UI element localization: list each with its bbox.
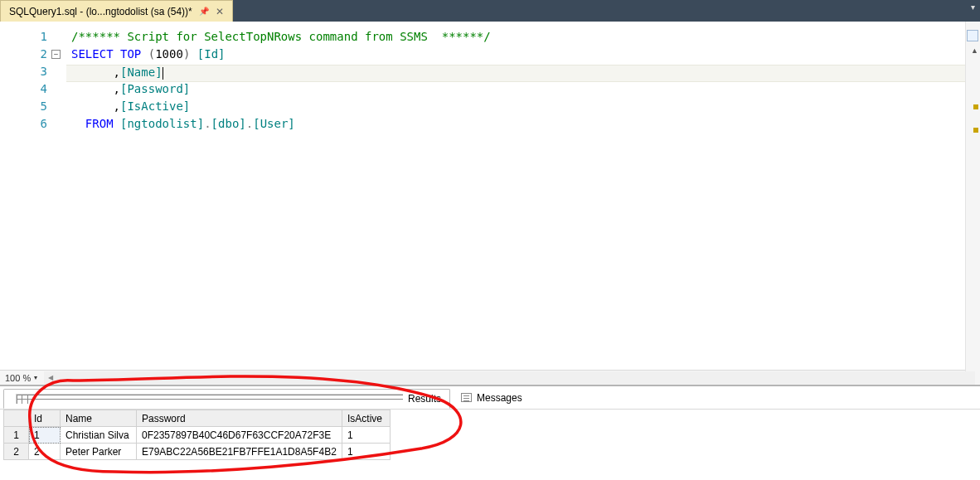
code-ident: [ngtodolist] [120, 117, 204, 130]
close-icon[interactable]: ✕ [216, 6, 224, 17]
zoom-level[interactable]: 100 % [5, 373, 31, 383]
sql-editor[interactable]: 1 2− 3 4 5 6 /****** Script for SelectTo… [0, 22, 980, 370]
line-number: 6 [41, 117, 47, 130]
results-tab-bar: Results Messages [0, 386, 980, 410]
change-marker [973, 104, 978, 109]
line-number: 5 [41, 99, 47, 113]
code-ident: [User] [253, 117, 295, 130]
tab-messages-label: Messages [477, 392, 522, 404]
code-paren: ( [148, 47, 155, 61]
code-comment: /****** Script for SelectTopNRows comman… [71, 30, 491, 43]
results-pane: Results Messages Id Name Password IsActi… [0, 385, 980, 480]
split-window-icon[interactable] [967, 30, 978, 41]
grid-cell[interactable]: 1 [342, 444, 391, 460]
grid-cell[interactable]: 1 [342, 427, 391, 444]
change-marker [973, 128, 978, 133]
tab-dropdown-icon[interactable]: ▾ [971, 2, 975, 12]
document-tab[interactable]: SQLQuery1.sql - (lo...ngtodolist (sa (54… [0, 0, 233, 22]
editor-status-bar: 100 % ▾ ◀ [0, 370, 980, 385]
code-dot: . [246, 117, 253, 130]
code-text: , [71, 82, 120, 95]
code-number: 1000 [155, 47, 183, 61]
grid-cell[interactable]: Peter Parker [61, 444, 137, 460]
column-header[interactable]: IsActive [342, 410, 391, 427]
grid-icon [16, 394, 403, 404]
line-number: 2 [41, 47, 47, 61]
text-cursor [163, 67, 163, 80]
pin-icon[interactable]: 📌 [199, 7, 209, 16]
column-header[interactable]: Id [29, 410, 61, 427]
code-ident: [Id] [197, 47, 226, 61]
horizontal-scrollbar[interactable]: ◀ [44, 371, 975, 385]
results-grid[interactable]: Id Name Password IsActive 1 1 Christian … [3, 410, 391, 460]
code-keyword: FROM [85, 117, 114, 130]
code-paren: ) [183, 47, 190, 61]
grid-cell[interactable]: 1 [29, 427, 61, 444]
grid-cell[interactable]: E79ABC22A56BE21FB7FFE1A1D8A5F4B2 [137, 444, 342, 460]
code-ident: [dbo] [211, 117, 246, 130]
line-number: 4 [41, 82, 47, 95]
grid-corner[interactable] [4, 410, 29, 427]
grid-cell[interactable]: 0F2357897B40C46D67F63CCF20A72F3E [137, 427, 342, 444]
zoom-dropdown-icon[interactable]: ▾ [34, 374, 37, 381]
line-number: 1 [41, 30, 47, 43]
code-text: , [71, 65, 120, 79]
scroll-left-icon[interactable]: ◀ [44, 371, 57, 385]
document-tab-title: SQLQuery1.sql - (lo...ngtodolist (sa (54… [9, 6, 192, 17]
line-number-gutter: 1 2− 3 4 5 6 [0, 22, 66, 370]
messages-icon [461, 393, 472, 402]
code-dot: . [204, 117, 211, 130]
grid-cell[interactable]: 2 [29, 444, 61, 460]
row-header[interactable]: 1 [4, 427, 29, 444]
column-header[interactable]: Name [61, 410, 137, 427]
column-header[interactable]: Password [137, 410, 342, 427]
fold-toggle-icon[interactable]: − [51, 50, 61, 59]
code-keyword: SELECT [71, 47, 114, 61]
code-area[interactable]: /****** Script for SelectTopNRows comman… [66, 22, 980, 370]
code-ident: [IsActive] [120, 99, 190, 113]
document-tab-bar: SQLQuery1.sql - (lo...ngtodolist (sa (54… [0, 0, 980, 22]
code-ident: [Password] [120, 82, 190, 95]
grid-cell[interactable]: Christian Silva [61, 427, 137, 444]
code-keyword: TOP [120, 47, 141, 61]
tab-messages[interactable]: Messages [452, 388, 531, 408]
tab-results-label: Results [408, 393, 441, 405]
code-text: , [71, 99, 120, 113]
scroll-up-icon[interactable]: ▲ [971, 46, 978, 55]
line-number: 3 [41, 65, 47, 78]
row-header[interactable]: 2 [4, 444, 29, 460]
tab-results[interactable]: Results [3, 389, 450, 409]
code-ident: [Name] [120, 65, 163, 79]
